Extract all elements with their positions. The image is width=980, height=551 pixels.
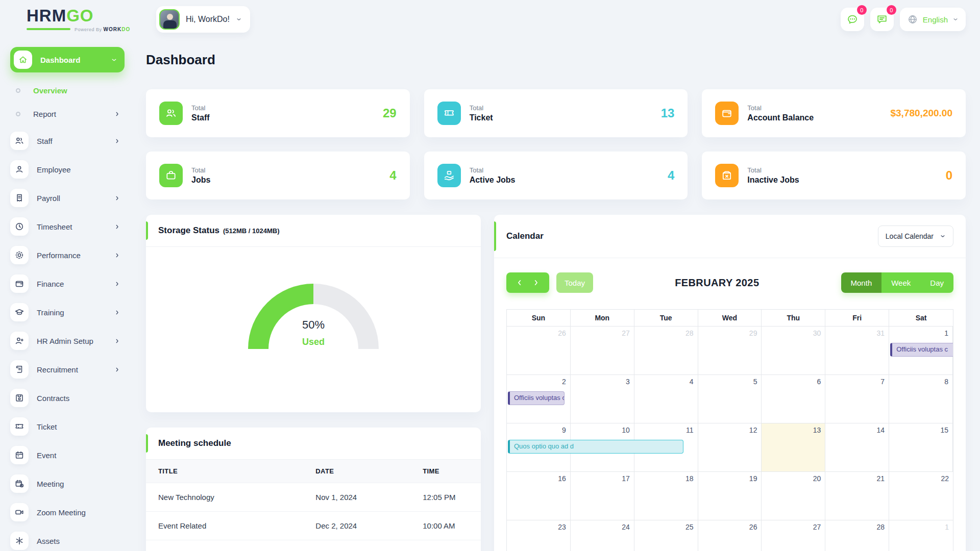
calendar-day-cell[interactable]: 4 <box>634 375 698 423</box>
calendar-view-day[interactable]: Day <box>920 272 953 293</box>
logo-text: HRMGO <box>27 7 135 24</box>
finance-icon-box <box>10 274 29 293</box>
user-menu[interactable]: Hi, WorkDo! <box>156 6 250 33</box>
calendar-day-cell[interactable]: 12 <box>698 423 762 472</box>
stat-prefix: Total <box>747 166 799 174</box>
chevron-right-icon <box>114 223 120 230</box>
sidebar-item-report[interactable]: Report <box>10 108 125 119</box>
calendar-day-cell[interactable]: 3 <box>571 375 634 423</box>
chevron-down-icon <box>236 16 242 22</box>
calendar-day-cell[interactable]: 31 <box>825 327 889 375</box>
calendar-day-cell[interactable]: 5 <box>698 375 762 423</box>
language-selector[interactable]: English <box>900 8 966 31</box>
calendar-day-cell[interactable]: 15 <box>889 423 953 472</box>
sidebar-item-recruitment[interactable]: Recruitment <box>10 360 125 379</box>
calendar-view-month[interactable]: Month <box>841 272 882 293</box>
ticket-icon <box>14 421 24 432</box>
sidebar-item-contracts[interactable]: Contracts <box>10 389 125 407</box>
calendar-view-week[interactable]: Week <box>881 272 920 293</box>
timesheet-icon-box <box>10 217 29 236</box>
calendar-day-cell[interactable]: 17 <box>571 472 634 520</box>
sidebar-item-staff[interactable]: Staff <box>10 132 125 150</box>
calendar-event[interactable]: Quos optio quo ad d <box>508 440 683 454</box>
calendar-day-number: 17 <box>622 474 630 483</box>
sidebar-item-employee[interactable]: Employee <box>10 160 125 179</box>
globe-icon <box>907 14 918 25</box>
sidebar-item-assets[interactable]: Assets <box>10 532 125 550</box>
calendar-event[interactable]: Officiis voluptas c <box>890 343 953 357</box>
calendar-day-cell[interactable]: 13 <box>762 423 825 472</box>
chevron-down-icon <box>952 16 959 22</box>
calendar-day-number: 27 <box>813 523 821 531</box>
calendar-day-cell[interactable]: 8 <box>889 375 953 423</box>
stat-prefix: Total <box>191 104 210 112</box>
calendar-event[interactable]: Officiis voluptas c <box>508 391 565 405</box>
calendar-day-cell[interactable]: 30 <box>762 327 825 375</box>
chat-bubble-icon <box>846 13 859 26</box>
calendar-today-button[interactable]: Today <box>556 272 593 293</box>
stat-label: Inactive Jobs <box>747 176 799 185</box>
sidebar-item-label: Report <box>33 110 56 118</box>
sidebar-item-label: Payroll <box>37 194 60 203</box>
calendar-day-cell[interactable]: 1 <box>889 520 953 551</box>
sidebar-item-label: Dashboard <box>40 56 80 64</box>
calendar-view-switch: MonthWeekDay <box>841 272 953 293</box>
calendar-source-select[interactable]: Local Calendar <box>878 226 953 247</box>
sidebar-item-ticket[interactable]: Ticket <box>10 417 125 436</box>
calendar-day-cell[interactable]: 25 <box>634 520 698 551</box>
calendar-day-cell[interactable]: 29 <box>698 327 762 375</box>
sidebar-item-performance[interactable]: Performance <box>10 246 125 264</box>
sidebar-item-meeting[interactable]: Meeting <box>10 474 125 493</box>
chevron-right-icon <box>114 111 120 117</box>
calendar-day-cell[interactable]: 27 <box>762 520 825 551</box>
calendar-day-cell[interactable]: 28 <box>825 520 889 551</box>
calendar-next-button[interactable] <box>532 279 540 286</box>
storage-gauge: 50% Used <box>248 284 379 349</box>
performance-icon <box>14 250 24 260</box>
staff-users-icon <box>165 107 177 119</box>
messenger-button[interactable]: 0 <box>841 8 864 31</box>
hr-admin-icon-box <box>10 332 29 350</box>
calendar-prev-button[interactable] <box>516 279 523 286</box>
sidebar-item-label: Finance <box>37 280 64 288</box>
calendar-day-cell[interactable]: 21 <box>825 472 889 520</box>
meeting-col-title: TITLE <box>146 460 303 483</box>
calendar-day-cell[interactable]: 23 <box>507 520 571 551</box>
payroll-icon-box <box>10 189 29 207</box>
sidebar-menu: DashboardOverviewReportStaffEmployeePayr… <box>10 47 125 551</box>
calendar-day-cell[interactable]: 7 <box>825 375 889 423</box>
sidebar-item-hr-admin-setup[interactable]: HR Admin Setup <box>10 332 125 350</box>
sidebar-item-payroll[interactable]: Payroll <box>10 189 125 207</box>
zoom-meeting-icon-box <box>10 503 29 521</box>
calendar-day-number: 13 <box>813 426 821 434</box>
calendar-day-cell[interactable]: 6 <box>762 375 825 423</box>
calendar-day-cell[interactable]: 24 <box>571 520 634 551</box>
sidebar-item-timesheet[interactable]: Timesheet <box>10 217 125 236</box>
calendar-day-cell[interactable]: 19 <box>698 472 762 520</box>
calendar-day-cell[interactable]: 28 <box>634 327 698 375</box>
calendar-week-row: 2345678Officiis voluptas c <box>507 375 953 423</box>
sidebar-item-finance[interactable]: Finance <box>10 274 125 293</box>
calendar-day-cell[interactable]: 22 <box>889 472 953 520</box>
sidebar-item-zoom-meeting[interactable]: Zoom Meeting <box>10 503 125 521</box>
calendar-day-cell[interactable]: 26 <box>698 520 762 551</box>
notifications-button[interactable]: 0 <box>870 8 894 31</box>
notifications-badge: 0 <box>887 5 896 15</box>
chevron-down-icon <box>111 57 117 63</box>
sidebar-item-training[interactable]: Training <box>10 303 125 321</box>
sidebar-item-overview[interactable]: Overview <box>10 85 125 96</box>
event-icon-box <box>10 446 29 464</box>
calendar-day-cell[interactable]: 20 <box>762 472 825 520</box>
sidebar-item-label: HR Admin Setup <box>37 337 93 345</box>
sidebar-item-label: Zoom Meeting <box>37 508 86 517</box>
chevron-right-icon <box>114 195 120 202</box>
app-logo[interactable]: HRMGO Powered By WORKDO <box>27 7 135 32</box>
calendar-day-cell[interactable]: 16 <box>507 472 571 520</box>
sidebar-item-dashboard[interactable]: Dashboard <box>10 47 125 72</box>
calendar-day-cell[interactable]: 26 <box>507 327 571 375</box>
calendar-day-cell[interactable]: 27 <box>571 327 634 375</box>
sidebar-item-event[interactable]: Event <box>10 446 125 464</box>
calendar-day-cell[interactable]: 14 <box>825 423 889 472</box>
calendar-day-cell[interactable]: 18 <box>634 472 698 520</box>
calendar-week-row: 2627282930311Officiis voluptas c <box>507 327 953 375</box>
